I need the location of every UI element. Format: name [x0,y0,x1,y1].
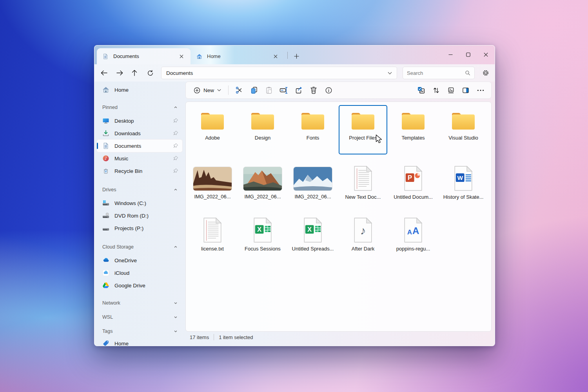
sidebar-item-music[interactable]: ♪ Music [97,152,182,165]
file-tile-poppins-font[interactable]: AA poppins-regu... [389,215,437,257]
chevron-down-icon[interactable] [388,72,392,74]
sidebar-section-tags[interactable]: Tags [97,325,182,337]
file-name: Focus Sessions [245,246,281,252]
more-ellipsis-button[interactable] [473,83,488,97]
music-note-glyph: ♪ [360,224,366,237]
file-tile-history-of-skate[interactable]: W History of Skate... [439,163,488,205]
chevron-up-icon[interactable] [174,245,178,249]
file-name: Untitled Spreads... [292,246,334,252]
maximize-button[interactable] [459,45,477,64]
file-list-panel[interactable]: Adobe Design Fonts Project Files [185,102,492,332]
sidebar-section-drives[interactable]: Drives [97,185,182,194]
chevron-down-icon[interactable] [174,329,178,333]
selection-count: 1 item selected [219,334,253,340]
sidebar-item-desktop[interactable]: Desktop [97,114,182,127]
sidebar-item-downloads[interactable]: Downloads [97,127,182,140]
copy-button[interactable] [247,83,261,97]
svg-text:X: X [257,226,261,233]
file-tile-adobe[interactable]: Adobe [188,105,237,154]
file-tile-img-sunset[interactable]: IMG_2022_06... [238,163,287,205]
file-tile-img-desert[interactable]: IMG_2022_06... [188,163,237,205]
search-icon [465,70,470,76]
pin-icon [173,156,178,161]
file-tile-new-text-doc[interactable]: New Text Doc... [339,163,387,205]
search-box[interactable] [403,67,475,79]
sidebar-item-google-drive[interactable]: Google Drive [97,279,182,292]
delete-button[interactable] [306,83,321,97]
home-icon [196,53,203,60]
file-tile-project-files[interactable]: Project Files [339,105,387,154]
address-bar[interactable]: Documents [161,67,397,79]
chevron-up-icon[interactable] [174,105,178,109]
drive-icon [102,225,109,232]
sidebar-item-projects-p[interactable]: Projects (P:) [97,222,182,234]
sidebar-item-icloud[interactable]: iCloud [97,267,182,279]
file-tile-fonts[interactable]: Fonts [289,105,337,154]
sidebar-item-documents[interactable]: Documents [97,140,182,152]
word-file-icon: W [453,166,474,191]
cut-button[interactable] [232,83,247,97]
chevron-up-icon[interactable] [174,188,178,192]
desktop-icon [102,117,109,124]
title-bar[interactable]: Documents Home [94,45,495,64]
file-name: New Text Doc... [345,194,381,200]
rename-button[interactable] [276,83,291,97]
new-button[interactable]: New [189,84,226,96]
file-tile-focus-sessions[interactable]: X Focus Sessions [238,215,287,257]
tab-home[interactable]: Home [191,48,285,64]
select-all-button[interactable] [414,83,428,97]
search-input[interactable] [407,70,465,76]
sidebar-item-windows-c[interactable]: Windows (C:) [97,197,182,209]
new-tab-button[interactable] [290,51,302,62]
file-tile-license-txt[interactable]: license.txt [188,215,237,257]
sidebar-section-cloud-storage[interactable]: Cloud Storage [97,242,182,252]
file-tile-untitled-presentation[interactable]: P Untitled Docum... [389,163,437,205]
file-tile-img-snow[interactable]: IMG_2022_06... [289,163,337,205]
sidebar-item-dvd-d[interactable]: DVD Rom (D:) [97,209,182,222]
sidebar-item-home[interactable]: Home [97,84,182,96]
gear-icon[interactable] [479,67,492,79]
sidebar-section-pinned[interactable]: Pinned [97,103,182,112]
section-title: WSL [102,314,113,320]
sort-button[interactable] [428,83,443,97]
sidebar-item-tag-home[interactable]: Home [97,337,182,346]
forward-button[interactable] [113,67,126,79]
view-button[interactable] [443,83,458,97]
file-tile-after-dark[interactable]: ♪ After Dark [339,215,387,257]
file-tile-design[interactable]: Design [238,105,287,154]
file-name: Adobe [205,135,220,141]
file-name: IMG_2022_06... [244,194,281,200]
pin-icon [173,118,178,123]
info-button[interactable] [321,83,336,97]
section-title: Drives [102,187,116,192]
chevron-down-icon[interactable] [174,315,178,319]
sidebar-item-recycle-bin[interactable]: Recycle Bin [97,165,182,177]
back-button[interactable] [98,67,110,79]
minimize-button[interactable] [442,45,459,64]
file-explorer-window: Documents Home [94,45,495,346]
pin-icon [173,143,178,148]
text-file-icon [202,218,223,243]
home-icon [102,86,109,93]
navigation-bar: Documents [94,64,495,82]
file-tile-templates[interactable]: Templates [389,105,437,154]
refresh-button[interactable] [144,67,156,79]
tab-documents[interactable]: Documents [97,48,191,64]
file-tile-visual-studio[interactable]: Visual Studio [439,105,488,154]
chevron-down-icon[interactable] [174,301,178,305]
tab-close-icon[interactable] [177,52,186,61]
file-tile-untitled-spreadsheet[interactable]: X Untitled Spreads... [289,215,337,257]
paste-button[interactable] [261,83,276,97]
sidebar-item-onedrive[interactable]: OneDrive [97,254,182,267]
file-name: IMG_2022_06... [294,194,331,200]
tab-close-icon[interactable] [271,52,280,61]
drive-windows-icon [102,200,109,207]
sidebar-section-wsl[interactable]: WSL [97,311,182,323]
audio-file-icon: ♪ [353,218,373,243]
close-button[interactable] [477,45,495,64]
details-pane-button[interactable] [458,83,473,97]
onedrive-icon [102,257,109,264]
share-button[interactable] [291,83,306,97]
up-button[interactable] [128,67,141,79]
sidebar-section-network[interactable]: Network [97,297,182,309]
